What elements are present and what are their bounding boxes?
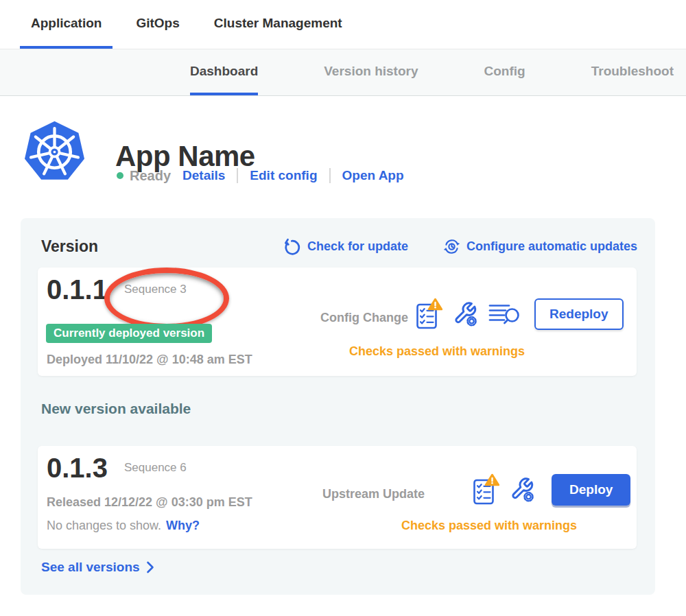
check-for-update-link[interactable]: Check for update (283, 237, 408, 256)
see-all-versions-label: See all versions (41, 560, 140, 575)
new-sequence-label: Sequence 6 (124, 461, 187, 475)
current-preflight-status: Checks passed with warnings (320, 344, 554, 359)
tab-dashboard[interactable]: Dashboard (190, 49, 258, 95)
new-version-actions: Deploy (472, 473, 630, 506)
currently-deployed-badge: Currently deployed version (46, 324, 212, 343)
status-dot-icon (117, 172, 123, 179)
new-version-number: 0.1.3 (47, 454, 108, 482)
new-version-row: 0.1.3 Sequence 6 (47, 454, 187, 482)
top-nav: Application GitOps Cluster Management (0, 0, 686, 49)
no-changes-text: No changes to show. (47, 519, 161, 533)
open-app-link[interactable]: Open App (342, 168, 404, 183)
top-tab-gitops[interactable]: GitOps (125, 0, 190, 49)
new-version-heading: New version available (41, 401, 191, 417)
current-version-actions: Redeploy (415, 298, 624, 330)
divider (237, 168, 238, 183)
configure-automatic-updates-link[interactable]: Configure automatic updates (442, 237, 637, 256)
chevron-right-icon (146, 561, 154, 573)
preflight-checks-icon[interactable] (472, 473, 499, 506)
refresh-icon (283, 237, 302, 256)
new-version-source: Upstream Update (322, 487, 425, 501)
app-status-row: Ready Details Edit config Open App (117, 166, 404, 185)
app-sub-nav: Dashboard Version history Config Trouble… (0, 49, 686, 96)
check-for-update-label: Check for update (307, 239, 408, 254)
redeploy-button[interactable]: Redeploy (534, 298, 624, 330)
view-diff-icon[interactable] (488, 302, 519, 327)
deployed-timestamp: Deployed 11/10/22 @ 10:48 am EST (47, 353, 252, 367)
current-version-number: 0.1.1 (47, 276, 108, 303)
status-label: Ready (130, 168, 171, 184)
edit-config-wrench-icon[interactable] (452, 300, 478, 328)
new-preflight-status: Checks passed with warnings (372, 519, 606, 533)
edit-config-link[interactable]: Edit config (250, 168, 317, 183)
current-version-row: 0.1.1 Sequence 3 (47, 276, 187, 303)
current-version-source: Config Change (320, 311, 408, 325)
app-status: Ready (117, 168, 171, 184)
divider (329, 168, 331, 183)
edit-config-wrench-icon[interactable] (509, 476, 535, 504)
tab-config[interactable]: Config (484, 49, 525, 95)
version-panel: Version Check for update Configure (21, 218, 655, 595)
kubernetes-logo-icon (23, 119, 86, 185)
version-title: Version (41, 237, 98, 256)
tab-version-history[interactable]: Version history (324, 49, 418, 95)
why-link[interactable]: Why? (166, 519, 200, 533)
version-panel-links: Check for update Configure automatic upd… (283, 237, 637, 256)
preflight-checks-icon[interactable] (415, 298, 442, 330)
tab-troubleshoot[interactable]: Troubleshoot (591, 49, 674, 95)
current-version-card: 0.1.1 Sequence 3 Currently deployed vers… (38, 268, 637, 376)
version-panel-header: Version Check for update Configure (41, 237, 637, 256)
top-tab-cluster-management[interactable]: Cluster Management (203, 0, 353, 49)
current-sequence-label: Sequence 3 (124, 283, 187, 296)
no-changes-row: No changes to show. Why? (47, 519, 200, 533)
top-tab-application[interactable]: Application (20, 0, 113, 49)
auto-update-schedule-icon (442, 237, 461, 256)
released-timestamp: Released 12/12/22 @ 03:30 pm EST (47, 495, 252, 510)
see-all-versions-link[interactable]: See all versions (41, 560, 154, 575)
deploy-button[interactable]: Deploy (552, 474, 630, 506)
configure-automatic-updates-label: Configure automatic updates (466, 239, 637, 254)
new-version-card: 0.1.3 Sequence 6 Released 12/12/22 @ 03:… (38, 446, 637, 549)
details-link[interactable]: Details (182, 168, 225, 183)
